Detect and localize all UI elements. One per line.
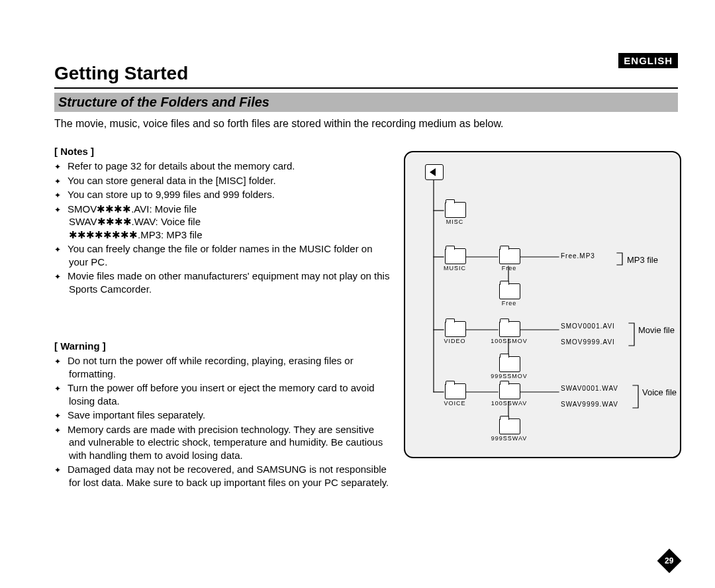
tree-lines [405,152,680,457]
notes-heading: [ Notes ] [54,146,392,157]
folder-label-music: MUSIC [434,265,475,271]
note-item: You can freely change the file or folder… [54,242,392,268]
folder-icon [445,383,466,399]
warning-item: Turn the power off before you insert or … [54,381,392,407]
warning-item: Save important files separately. [54,409,392,422]
folder-label-misc: MISC [434,219,475,225]
folder-icon [445,202,466,218]
warning-block: [ Warning ] Do not turn the power off wh… [54,340,392,490]
folder-icon [499,248,520,264]
section-subtitle: Structure of the Folders and Files [54,93,678,112]
file-label-swav2: SWAV9999.WAV [561,401,618,408]
file-label-smov2: SMOV9999.AVI [561,339,615,346]
page-title: Getting Started [54,63,188,84]
folder-icon [499,383,520,399]
folder-icon [445,248,466,264]
label-voice-file: Voice file [642,388,677,397]
note-item: Refer to page 32 for details about the m… [54,160,392,173]
folder-icon [499,418,520,434]
manual-page: ENGLISH Getting Started Structure of the… [0,0,715,588]
memory-card-icon [425,164,444,180]
notes-list: Refer to page 32 for details about the m… [54,160,392,296]
file-label-smov1: SMOV0001.AVI [561,323,615,330]
language-badge: ENGLISH [618,53,678,68]
note-item: SMOV✱✱✱✱.AVI: Movie file SWAV✱✱✱✱.WAV: V… [54,203,392,242]
file-label-mp3: Free.MP3 [561,253,595,260]
folder-icon [499,283,520,299]
folder-icon [499,321,520,337]
folder-icon [445,321,466,337]
folder-label-free: Free [489,300,530,307]
note-item: You can store up to 9,999 files and 999 … [54,188,392,201]
note-item: You can store general data in the [MISC]… [54,174,392,187]
label-mp3-file: MP3 file [627,255,658,265]
title-rule [54,87,678,89]
page-number-badge: 29 [657,549,682,573]
folder-label-video: VIDEO [434,338,475,344]
label-movie-file: Movie file [638,326,675,335]
folder-label-free: Free [489,265,530,271]
file-label-swav1: SWAV0001.WAV [561,385,618,392]
folder-label-100ssmov: 100SSMOV [489,338,530,344]
note-item: Movie files made on other manufacturers'… [54,270,392,295]
page-number: 29 [665,552,673,569]
warning-item: Memory cards are made with precision tec… [54,423,392,462]
folder-structure-diagram: MISC MUSIC VIDEO VOICE Free Free 100SSMO… [404,151,681,458]
warning-heading: [ Warning ] [54,340,392,352]
folder-label-voice: VOICE [434,400,475,407]
folder-label-999ssmov: 999SSMOV [489,373,530,379]
warning-list: Do not turn the power off while recordin… [54,354,392,489]
folder-label-100sswav: 100SSWAV [489,400,530,407]
intro-text: The movie, music, voice files and so for… [54,118,678,130]
warning-item: Do not turn the power off while recordin… [54,354,392,380]
warning-item: Damaged data may not be recovered, and S… [54,463,392,489]
folder-label-999sswav: 999SSWAV [489,435,530,442]
notes-block: [ Notes ] Refer to page 32 for details a… [54,146,392,297]
folder-icon [499,356,520,372]
